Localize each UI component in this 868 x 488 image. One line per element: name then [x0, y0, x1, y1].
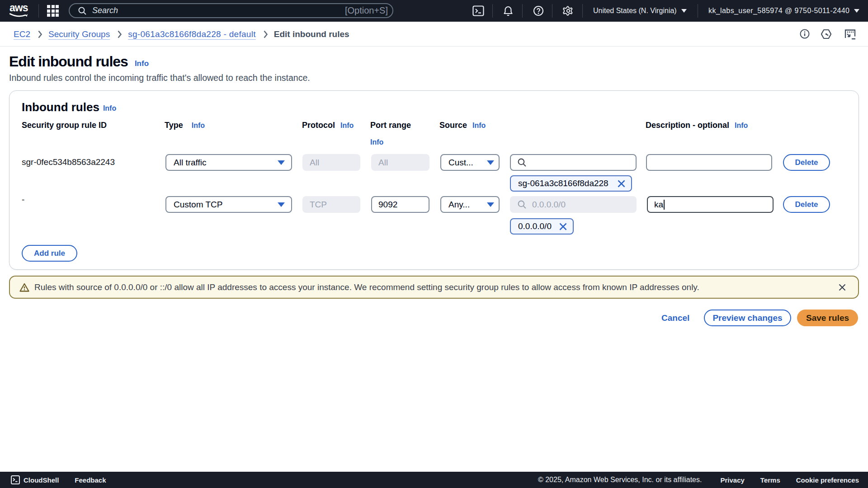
svg-text:aws: aws [9, 3, 28, 14]
